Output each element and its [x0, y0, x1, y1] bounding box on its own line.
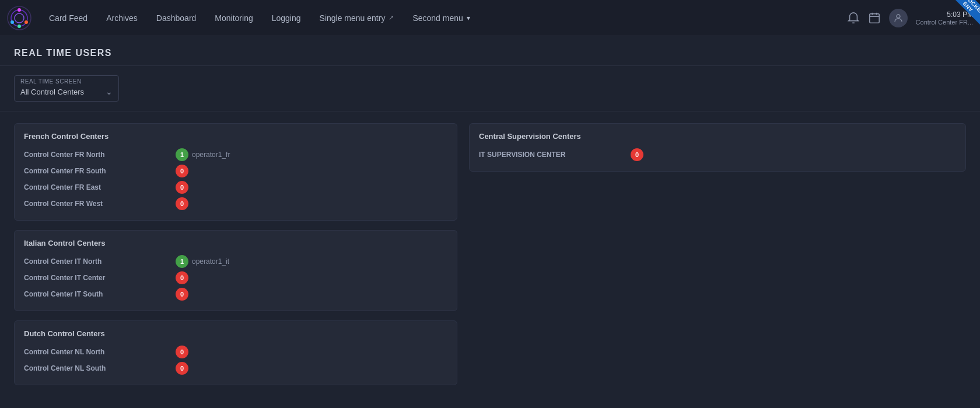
center-row: Control Center IT North1operator1_it — [24, 253, 447, 270]
region-title: French Control Centers — [24, 132, 447, 141]
center-row: Control Center IT South0 — [24, 286, 447, 302]
center-name: Control Center FR North — [24, 151, 176, 159]
filter-value: All Control Centers — [20, 88, 84, 96]
badge-circle: 0 — [176, 362, 188, 375]
nav-card-feed[interactable]: Card Feed — [41, 9, 96, 27]
center-row: Control Center FR North1operator1_fr — [24, 147, 447, 163]
nav-second-menu[interactable]: Second menu ▾ — [404, 9, 478, 27]
svg-point-6 — [18, 25, 21, 28]
center-name: Control Center NL North — [24, 348, 176, 356]
app-logo[interactable] — [7, 6, 32, 30]
user-label: operator1_it — [192, 257, 229, 266]
filter-bar: REAL TIME SCREEN All Control Centers ⌄ — [0, 66, 980, 111]
region-title: Italian Control Centers — [24, 239, 447, 247]
navbar: Card Feed Archives Dashboard Monitoring … — [0, 0, 980, 36]
center-row: Control Center FR West0 — [24, 196, 447, 212]
center-name: Control Center IT Center — [24, 274, 176, 282]
notifications-icon[interactable] — [847, 12, 860, 25]
region-title: Dutch Control Centers — [24, 329, 447, 338]
badge-circle: 0 — [176, 288, 188, 301]
page-title-bar: REAL TIME USERS — [0, 36, 980, 66]
region-card: French Control CentersControl Center FR … — [14, 123, 457, 221]
user-badge: 0 — [176, 362, 188, 375]
center-row: Control Center NL North0 — [24, 344, 447, 360]
badge-circle: 0 — [176, 197, 188, 210]
nav-archives[interactable]: Archives — [98, 9, 146, 27]
user-badge: 0 — [176, 271, 188, 284]
svg-point-3 — [18, 8, 21, 12]
badge-circle: 0 — [176, 271, 188, 284]
page-title: REAL TIME USERS — [14, 48, 966, 58]
badge-circle: 0 — [176, 181, 188, 194]
center-row: Control Center IT Center0 — [24, 270, 447, 286]
user-badge: 0 — [176, 346, 188, 358]
left-column: French Control CentersControl Center FR … — [14, 123, 457, 385]
right-column: Central Supervision CentersIT SUPERVISIO… — [469, 123, 966, 172]
nav-monitoring[interactable]: Monitoring — [206, 9, 261, 27]
svg-rect-7 — [869, 13, 879, 23]
user-badge: 0 — [631, 148, 643, 161]
badge-circle: 1 — [176, 148, 188, 161]
region-card: Dutch Control CentersControl Center NL N… — [14, 320, 457, 385]
region-card: Italian Control CentersControl Center IT… — [14, 230, 457, 311]
avatar[interactable] — [889, 9, 908, 27]
center-row: Control Center NL South0 — [24, 360, 447, 376]
chevron-down-icon: ▾ — [467, 14, 470, 22]
badge-circle: 0 — [176, 346, 188, 358]
center-name: Control Center IT South — [24, 290, 176, 298]
nav-logging[interactable]: Logging — [264, 9, 309, 27]
region-card: Central Supervision CentersIT SUPERVISIO… — [469, 123, 966, 172]
nav-items: Card Feed Archives Dashboard Monitoring … — [41, 9, 847, 27]
user-badge: 0 — [176, 181, 188, 194]
region-title: Central Supervision Centers — [479, 132, 956, 141]
nav-dashboard[interactable]: Dashboard — [148, 9, 205, 27]
user-badge: 0 — [176, 197, 188, 210]
center-row: IT SUPERVISION CENTER0 — [479, 147, 956, 163]
user-badge: 1operator1_it — [176, 255, 229, 268]
user-badge: 1operator1_fr — [176, 148, 230, 161]
svg-point-4 — [24, 20, 28, 24]
center-name: Control Center FR West — [24, 200, 176, 208]
svg-point-5 — [10, 20, 14, 24]
center-name: IT SUPERVISION CENTER — [479, 151, 631, 159]
filter-select-display[interactable]: All Control Centers ⌄ — [15, 85, 118, 101]
external-link-icon: ↗ — [388, 14, 394, 22]
badge-circle: 1 — [176, 255, 188, 268]
calendar-icon[interactable] — [868, 12, 881, 25]
nav-single-menu-entry[interactable]: Single menu entry ↗ — [312, 9, 402, 27]
center-name: Control Center FR East — [24, 183, 176, 191]
user-label: operator1_fr — [192, 151, 230, 159]
center-row: Control Center FR East0 — [24, 179, 447, 196]
filter-label: REAL TIME SCREEN — [15, 76, 118, 85]
badge-circle: 0 — [631, 148, 643, 161]
user-info[interactable]: 5:03 PM Control Center FR... — [916, 11, 973, 26]
center-name: Control Center IT North — [24, 257, 176, 266]
badge-circle: 0 — [176, 165, 188, 177]
center-name: Control Center NL South — [24, 364, 176, 372]
filter-chevron-icon: ⌄ — [106, 87, 113, 96]
nav-right: 5:03 PM Control Center FR... — [847, 9, 973, 27]
control-center-filter[interactable]: REAL TIME SCREEN All Control Centers ⌄ — [14, 75, 119, 102]
svg-point-11 — [897, 15, 900, 18]
user-badge: 0 — [176, 165, 188, 177]
center-row: Control Center FR South0 — [24, 163, 447, 179]
center-name: Control Center FR South — [24, 167, 176, 175]
user-badge: 0 — [176, 288, 188, 301]
main-content: French Control CentersControl Center FR … — [0, 111, 980, 397]
